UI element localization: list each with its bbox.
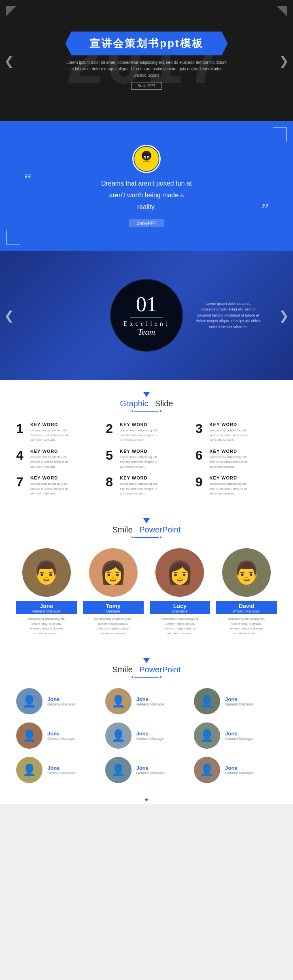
page-number	[0, 795, 293, 804]
keyword-desc: consectetur adipiscing elit,sed do eiusm…	[120, 428, 158, 443]
hero-nav-left-button[interactable]: ❮	[4, 54, 14, 68]
quote-mark-close: ”	[261, 199, 269, 218]
team-list-item: 👤 Jone General Manager	[16, 757, 99, 783]
member-desc: consectetur adipiscing elit,dolore magna…	[92, 617, 134, 636]
members-header: Smile PowerPoint	[16, 518, 277, 538]
keyword-number: 6	[195, 449, 206, 462]
team-list-role: General Manager	[47, 737, 76, 741]
member-name-bar: Tomy Manager	[83, 601, 144, 614]
keyword-item: 3 KEY WORD consectetur adipiscing elit,s…	[195, 422, 277, 443]
team-list-role: General Manager	[225, 737, 253, 741]
member-name-bar: Jone General Manager	[16, 601, 77, 614]
member-photo: 👩	[155, 548, 204, 597]
team-list-info: Jone General Manager	[225, 696, 253, 706]
team-list-arrow-icon	[143, 658, 150, 663]
keyword-title: KEY WORD	[120, 422, 158, 427]
keyword-number: 5	[106, 449, 116, 462]
keyword-content: KEY WORD consectetur adipiscing elit,sed…	[120, 449, 158, 469]
team-list-photo: 👤	[194, 757, 220, 783]
member-name: Jone	[17, 603, 76, 609]
team-list-name: Jone	[136, 731, 165, 737]
keyword-title: KEY WORD	[30, 449, 68, 454]
keyword-title: KEY WORD	[30, 422, 68, 427]
quote-avatar	[132, 145, 161, 173]
member-role: General Manager	[17, 609, 76, 613]
team-list-item: 👤 Jone General Manager	[105, 688, 188, 714]
member-card: 👩 Tomy Manager consectetur adipiscing el…	[83, 548, 144, 636]
graphic-title-regular: Slide	[155, 399, 173, 408]
hero-title: 宣讲会策划书ppt模板	[89, 36, 203, 51]
graphic-title-blue: Graphic	[120, 399, 148, 408]
keyword-item: 7 KEY WORD consectetur adipiscing elit,s…	[16, 475, 98, 496]
underline-dot-1	[132, 410, 133, 412]
quote-line3: reality.	[137, 203, 156, 210]
member-card: 👩 Lucy Executive consectetur adipiscing …	[150, 548, 210, 636]
team-list-info: Jone General Manager	[136, 696, 165, 706]
keyword-desc: consectetur adipiscing elit,sed do eiusm…	[210, 428, 248, 443]
keyword-grid: 1 KEY WORD consectetur adipiscing elit,s…	[16, 422, 277, 496]
team-number: 01	[136, 294, 157, 315]
members-title-blue: PowerPoint	[139, 525, 180, 534]
keyword-desc: consectetur adipiscing elit,sed do eiusm…	[30, 455, 68, 469]
team-list-role: General Manager	[225, 771, 253, 775]
member-card: 👨 David Project Manager consectetur adip…	[216, 548, 277, 636]
team-list-section: Smile PowerPoint 👤 Jone General Manager …	[0, 648, 293, 795]
keyword-number: 3	[195, 422, 206, 435]
hero-subtitle: Lorem ipsum dolor sit amet, consectetur …	[66, 59, 227, 79]
team-list-photo: 👤	[16, 757, 42, 783]
underline-line	[134, 411, 159, 412]
team-label2: Team	[138, 327, 155, 337]
keyword-title: KEY WORD	[120, 449, 158, 454]
team-nav-right-button[interactable]: ❯	[279, 308, 289, 323]
hero-nav-right-button[interactable]: ❯	[279, 54, 289, 68]
member-name: Lucy	[151, 603, 209, 609]
team-list-underline-line	[134, 677, 159, 678]
team-list-item: 👤 Jone General Manager	[16, 688, 99, 714]
member-name-bar: David Project Manager	[216, 601, 277, 614]
keyword-number: 2	[106, 422, 116, 435]
quote-corner-tr-icon	[273, 127, 287, 142]
keyword-item: 6 KEY WORD consectetur adipiscing elit,s…	[195, 449, 277, 469]
team-list-item: 👤 Jone General Manager	[194, 757, 277, 783]
keyword-desc: consectetur adipiscing elit,sed do eiusm…	[30, 482, 68, 496]
keyword-desc: consectetur adipiscing elit,sed do eiusm…	[120, 482, 158, 496]
team-list-underline-dot-1	[132, 676, 133, 678]
quote-mark-open: “	[24, 170, 32, 189]
team-list-role: General Manager	[136, 737, 165, 741]
team-circle: 01 Excellent Team	[110, 279, 183, 352]
hero-section: 2017 ❮ 宣讲会策划书ppt模板 Lorem ipsum dolor sit…	[0, 0, 293, 121]
members-underline-line	[134, 537, 159, 538]
keyword-title: KEY WORD	[210, 449, 248, 454]
quote-line1: Dreams that aren’t poked fun at	[101, 180, 192, 187]
team-list-item: 👤 Jone General Manager	[194, 688, 277, 714]
keyword-title: KEY WORD	[210, 422, 248, 427]
member-name: David	[217, 603, 276, 609]
team-list-photo: 👤	[194, 688, 220, 714]
member-role: Manager	[84, 609, 142, 613]
quote-section: “ Dreams that aren’t poked fun at aren’t…	[0, 121, 293, 251]
quote-line2: aren’t worth being made a	[109, 192, 184, 199]
team-list-underline	[132, 676, 161, 678]
team-list-title-regular: Smile	[113, 665, 133, 674]
svg-rect-2	[142, 154, 151, 157]
quote-corner-bl-icon	[6, 230, 20, 245]
underline-dot-2	[160, 410, 161, 412]
team-nav-left-button[interactable]: ❮	[4, 308, 14, 323]
keyword-item: 8 KEY WORD consectetur adipiscing elit,s…	[106, 475, 187, 496]
graphic-arrow-icon	[143, 392, 150, 397]
keyword-content: KEY WORD consectetur adipiscing elit,sed…	[210, 475, 248, 496]
graphic-slide-title: Graphic Slide	[120, 399, 173, 408]
avatar-svg	[134, 147, 159, 171]
team-list-photo: 👤	[105, 757, 132, 783]
keyword-item: 4 KEY WORD consectetur adipiscing elit,s…	[16, 449, 98, 469]
keyword-title: KEY WORD	[210, 475, 248, 480]
quote-text: Dreams that aren’t poked fun at aren’t w…	[101, 178, 192, 213]
team-list-name: Jone	[136, 696, 165, 702]
member-desc: consectetur adipiscing elit,dolore magna…	[225, 617, 268, 636]
team-list-name: Jone	[225, 731, 253, 737]
hero-ribbon: 宣讲会策划书ppt模板	[65, 32, 227, 55]
hero-badge: SmilePPT	[131, 82, 162, 90]
members-arrow-icon	[143, 518, 150, 523]
team-list-role: General Manager	[47, 702, 76, 706]
member-role: Project Manager	[217, 609, 276, 613]
